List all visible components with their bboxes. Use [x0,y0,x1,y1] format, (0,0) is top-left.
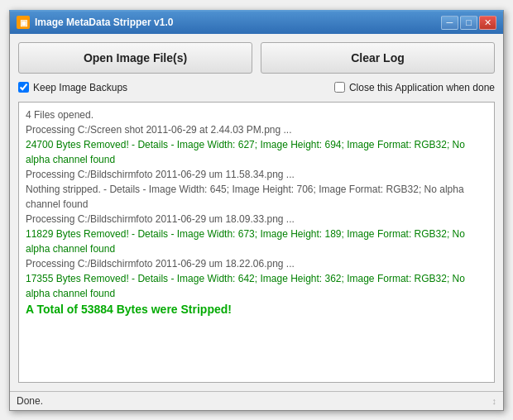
clear-log-button[interactable]: Clear Log [261,42,495,74]
log-line: 17355 Bytes Removed! - Details - Image W… [26,271,487,301]
title-bar: ▣ Image MetaData Stripper v1.0 ─ □ ✕ [10,12,503,34]
close-when-done-text: Close this Application when done [349,82,495,93]
log-line: 24700 Bytes Removed! - Details - Image W… [26,137,487,167]
log-line: Processing C:/Bildschirmfoto 2011-06-29 … [26,167,487,182]
status-bar: Done. ↕ [10,391,503,410]
keep-backups-text: Keep Image Backups [33,82,127,93]
log-line: Processing C:/Screen shot 2011-06-29 at … [26,122,487,137]
keep-backups-label[interactable]: Keep Image Backups [18,82,127,93]
app-icon: ▣ [17,16,30,29]
main-window: ▣ Image MetaData Stripper v1.0 ─ □ ✕ Ope… [9,10,504,411]
keep-backups-checkbox[interactable] [18,82,29,93]
window-body: Open Image File(s) Clear Log Keep Image … [10,34,503,391]
toolbar: Open Image File(s) Clear Log [18,42,495,74]
status-text: Done. [17,395,43,407]
log-line: Processing C:/Bildschirmfoto 2011-06-29 … [26,256,487,271]
close-button[interactable]: ✕ [479,16,496,30]
log-line: A Total of 53884 Bytes were Stripped! [26,301,487,318]
minimize-button[interactable]: ─ [441,16,458,30]
open-files-button[interactable]: Open Image File(s) [18,42,252,74]
log-area: 4 Files opened.Processing C:/Screen shot… [18,102,495,383]
close-when-done-label[interactable]: Close this Application when done [334,82,495,93]
log-line: 11829 Bytes Removed! - Details - Image W… [26,227,487,256]
maximize-button[interactable]: □ [460,16,477,30]
title-bar-left: ▣ Image MetaData Stripper v1.0 [17,16,173,29]
log-line: 4 Files opened. [26,107,487,122]
log-line: Nothing stripped. - Details - Image Widt… [26,182,487,212]
scroll-indicator: ↕ [492,396,497,406]
close-when-done-checkbox[interactable] [334,82,345,93]
window-title: Image MetaData Stripper v1.0 [35,17,173,28]
log-line: Processing C:/Bildschirmfoto 2011-06-29 … [26,212,487,227]
title-controls: ─ □ ✕ [441,16,496,30]
options-row: Keep Image Backups Close this Applicatio… [18,80,495,95]
